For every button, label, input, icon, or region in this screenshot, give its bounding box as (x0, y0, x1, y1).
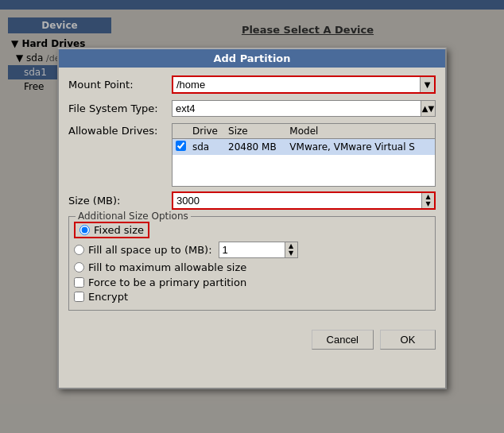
mount-point-label: Mount Point: (68, 79, 172, 91)
encrypt-label: Encrypt (88, 291, 128, 303)
size-input-wrap[interactable]: 3000 ▲ ▼ (172, 191, 436, 210)
fixed-size-radio[interactable] (79, 225, 90, 235)
fs-type-control: ext4 ▲▼ (172, 100, 436, 117)
drives-table-header: Drive Size Model (173, 124, 435, 139)
size-label: Size (MB): (68, 195, 172, 207)
drives-table: Drive Size Model sda 20480 (173, 124, 435, 155)
fill-space-row: Fill all space up to (MB): 1 ▲ ▼ (74, 242, 430, 258)
fs-type-label: File System Type: (68, 102, 172, 114)
modal-footer: Cancel OK (59, 323, 445, 356)
allowable-drives-label: Allowable Drives: (68, 123, 172, 137)
mount-point-row: Mount Point: /home ▼ (68, 75, 436, 94)
force-primary-label: Force to be a primary partition (88, 276, 246, 288)
size-row: Size (MB): 3000 ▲ ▼ (68, 191, 436, 210)
size-input[interactable]: 3000 (173, 193, 421, 208)
force-primary-checkbox[interactable] (74, 277, 84, 288)
drive-checkbox-cell[interactable] (173, 139, 189, 156)
additional-section-legend: Additional Size Options (76, 211, 191, 222)
fill-max-label: Fill to maximum allowable size (88, 261, 246, 273)
allowable-drives-row: Allowable Drives: Drive Size Model (68, 123, 436, 187)
col-size: Size (225, 124, 286, 139)
fill-max-row: Fill to maximum allowable size (74, 261, 430, 273)
fs-type-dropdown-arrow[interactable]: ▲▼ (421, 101, 435, 116)
fill-space-input[interactable]: 1 (219, 242, 285, 257)
force-primary-row: Force to be a primary partition (74, 276, 430, 288)
modal-title: Add Partition (59, 49, 445, 68)
ok-button[interactable]: OK (380, 330, 436, 350)
fill-space-radio[interactable] (74, 245, 84, 255)
encrypt-checkbox[interactable] (74, 292, 84, 302)
additional-size-section: Additional Size Options Fixed size Fill … (68, 216, 436, 311)
col-radio (173, 124, 189, 139)
fs-type-input[interactable]: ext4 (173, 101, 421, 116)
fill-space-input-wrap[interactable]: 1 ▲ ▼ (219, 242, 298, 258)
mount-point-input[interactable]: /home (173, 77, 420, 92)
fill-space-label: Fill all space up to (MB): (88, 244, 212, 256)
size-down-arrow[interactable]: ▼ (422, 201, 434, 209)
modal-overlay: Add Partition Mount Point: /home ▼ File … (0, 0, 504, 433)
drive-size-cell: 20480 MB (225, 139, 286, 156)
encrypt-row: Encrypt (74, 291, 430, 303)
fs-type-combobox[interactable]: ext4 ▲▼ (172, 100, 436, 117)
fill-space-spinner[interactable]: ▲ ▼ (285, 242, 297, 257)
fixed-size-row: Fixed size (74, 222, 430, 238)
drive-model-cell: VMware, VMware Virtual S (286, 139, 435, 156)
fill-down-arrow[interactable]: ▼ (285, 250, 297, 258)
drives-table-wrap: Drive Size Model sda 20480 (172, 123, 436, 187)
size-up-arrow[interactable]: ▲ (422, 193, 434, 201)
fill-up-arrow[interactable]: ▲ (285, 242, 297, 250)
drive-checkbox[interactable] (176, 141, 186, 151)
cancel-button[interactable]: Cancel (312, 330, 374, 350)
size-spinner[interactable]: ▲ ▼ (421, 193, 434, 208)
col-model: Model (286, 124, 435, 139)
col-drive: Drive (189, 124, 225, 139)
fill-max-radio[interactable] (74, 262, 84, 273)
fixed-size-label: Fixed size (94, 224, 144, 236)
mount-point-control: /home ▼ (172, 75, 436, 94)
drive-name-cell: sda (189, 139, 225, 156)
fixed-size-wrap: Fixed size (74, 222, 149, 238)
table-row[interactable]: sda 20480 MB VMware, VMware Virtual S (173, 139, 435, 156)
fs-type-row: File System Type: ext4 ▲▼ (68, 100, 436, 117)
mount-point-dropdown-arrow[interactable]: ▼ (420, 77, 434, 92)
add-partition-dialog: Add Partition Mount Point: /home ▼ File … (57, 48, 447, 389)
size-control: 3000 ▲ ▼ (172, 191, 436, 210)
mount-point-combobox[interactable]: /home ▼ (172, 75, 436, 94)
